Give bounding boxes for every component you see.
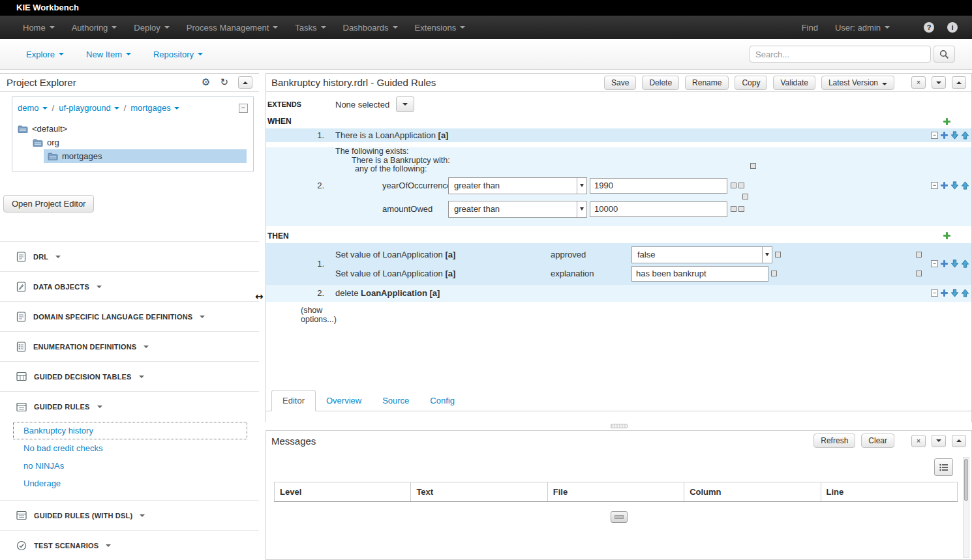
breadcrumb-repo[interactable]: demo (18, 103, 48, 113)
collapse-row-icon[interactable]: − (931, 132, 938, 139)
validate-button[interactable]: Validate (773, 76, 815, 90)
add-action-button[interactable] (943, 231, 951, 240)
breadcrumb-project[interactable]: uf-playground (59, 103, 119, 113)
add-row-icon[interactable] (940, 259, 949, 268)
splitter-grip-icon[interactable] (611, 424, 628, 428)
add-condition-button[interactable] (943, 117, 951, 126)
delete-button[interactable]: Delete (642, 76, 679, 90)
search-button[interactable] (934, 46, 955, 63)
repository-menu[interactable]: Repository (153, 50, 203, 59)
list-item-bankruptcy-history[interactable]: Bankruptcy history (13, 422, 247, 439)
collapse-navigator-icon[interactable]: − (239, 104, 248, 113)
move-down-icon[interactable] (950, 131, 959, 140)
move-down-icon[interactable] (950, 289, 959, 297)
move-down-icon[interactable] (950, 181, 959, 190)
connective-icon[interactable] (731, 183, 737, 188)
add-row-icon[interactable] (940, 131, 949, 140)
save-button[interactable]: Save (604, 76, 636, 90)
section-guided-decision-tables[interactable]: GUIDED DECISION TABLES (0, 362, 259, 392)
nav-item-authoring[interactable]: Authoring (63, 16, 126, 39)
list-item-no-ninjas[interactable]: no NINJAs (13, 457, 247, 475)
clear-button[interactable]: Clear (861, 434, 894, 448)
refresh-icon[interactable]: ↻ (220, 78, 228, 87)
move-up-icon[interactable] (961, 289, 969, 297)
add-field-connector-icon[interactable] (916, 252, 922, 258)
operator-select[interactable]: greater than (448, 201, 587, 218)
tree-item-default[interactable]: <default> (12, 122, 253, 136)
nav-item-tasks[interactable]: Tasks (286, 16, 334, 39)
refresh-button[interactable]: Refresh (813, 434, 855, 448)
add-field-connector-icon[interactable] (916, 271, 922, 276)
move-up-icon[interactable] (961, 259, 969, 268)
extends-select-button[interactable] (396, 96, 414, 112)
add-field-connector-icon[interactable] (750, 163, 756, 169)
nav-item-home[interactable]: Home (14, 16, 63, 39)
connective-icon[interactable] (775, 252, 781, 258)
tab-config[interactable]: Config (419, 391, 465, 411)
list-item-underage[interactable]: Underage (13, 475, 247, 492)
search-input[interactable] (750, 46, 931, 63)
info-icon[interactable]: i (947, 22, 958, 33)
section-enumeration-definitions[interactable]: ENUMERATION DEFINITIONS (0, 332, 259, 362)
action-value-input[interactable] (631, 266, 768, 282)
panel-menu-icon[interactable] (932, 435, 946, 447)
collapse-row-icon[interactable]: − (931, 289, 938, 297)
condition-value-input[interactable] (590, 178, 727, 194)
connective-icon[interactable] (738, 183, 744, 188)
add-row-icon[interactable] (940, 181, 949, 190)
nav-item-extensions[interactable]: Extensions (406, 16, 474, 39)
column-picker-button[interactable] (934, 458, 953, 476)
scrollbar-thumb[interactable] (964, 459, 968, 501)
rename-button[interactable]: Rename (685, 76, 729, 90)
gear-icon[interactable]: ⚙ (202, 78, 210, 87)
section-test-scenarios[interactable]: TEST SCENARIOS (0, 531, 259, 560)
move-up-icon[interactable] (961, 131, 969, 140)
nav-item-process-management[interactable]: Process Management (178, 16, 286, 39)
messages-scrollbar[interactable] (963, 457, 969, 558)
list-item-no-bad-credit-checks[interactable]: No bad credit checks (13, 439, 247, 457)
find-link[interactable]: Find (802, 23, 818, 33)
panel-splitter-vertical[interactable]: ↔ (259, 70, 266, 560)
new-item-menu[interactable]: New Item (86, 50, 131, 59)
collapse-panel-button[interactable] (238, 76, 252, 89)
collapse-editor-button[interactable] (952, 76, 966, 89)
tab-overview[interactable]: Overview (316, 391, 372, 411)
explore-menu[interactable]: Explore (26, 50, 64, 59)
collapse-messages-button[interactable] (952, 435, 966, 447)
copy-button[interactable]: Copy (735, 76, 767, 90)
column-header-level[interactable]: Level (275, 482, 411, 502)
move-up-icon[interactable] (961, 181, 969, 190)
close-icon[interactable]: × (911, 76, 926, 89)
help-icon[interactable]: ? (924, 22, 934, 33)
collapse-row-icon[interactable]: − (931, 182, 938, 189)
panel-splitter-horizontal[interactable] (266, 422, 972, 430)
column-header-text[interactable]: Text (411, 482, 547, 502)
version-selector-button[interactable]: Latest Version (821, 76, 894, 90)
open-project-editor-button[interactable]: Open Project Editor (3, 195, 94, 213)
section-dsl-definitions[interactable]: DOMAIN SPECIFIC LANGUAGE DEFINITIONS (0, 302, 259, 332)
connective-icon[interactable] (738, 206, 744, 212)
tab-source[interactable]: Source (372, 391, 419, 411)
add-field-connector-icon[interactable] (742, 194, 748, 199)
connective-icon[interactable] (771, 271, 777, 276)
column-header-line[interactable]: Line (821, 482, 957, 502)
column-header-column[interactable]: Column (684, 482, 821, 502)
operator-select[interactable]: greater than (448, 177, 587, 194)
section-data-objects[interactable]: DATA OBJECTS (0, 272, 259, 302)
section-guided-rules[interactable]: GUIDED RULES (0, 392, 259, 422)
nav-item-deploy[interactable]: Deploy (125, 16, 177, 39)
horizontal-resize-icon[interactable]: ↔ (255, 291, 264, 302)
close-icon[interactable]: × (911, 435, 926, 447)
collapse-row-icon[interactable]: − (931, 260, 938, 267)
nav-item-dashboards[interactable]: Dashboards (335, 16, 406, 39)
section-drl[interactable]: DRL (0, 242, 259, 272)
move-down-icon[interactable] (950, 259, 959, 268)
tab-editor[interactable]: Editor (271, 390, 316, 411)
column-header-file[interactable]: File (547, 482, 684, 502)
panel-menu-icon[interactable] (932, 76, 946, 89)
connective-icon[interactable] (731, 206, 737, 212)
breadcrumb-module[interactable]: mortgages (130, 103, 179, 113)
action-value-select[interactable]: false (631, 246, 772, 263)
tree-item-mortgages[interactable]: mortgages (44, 149, 247, 163)
section-guided-rules-with-dsl[interactable]: GUIDED RULES (WITH DSL) (0, 501, 259, 531)
